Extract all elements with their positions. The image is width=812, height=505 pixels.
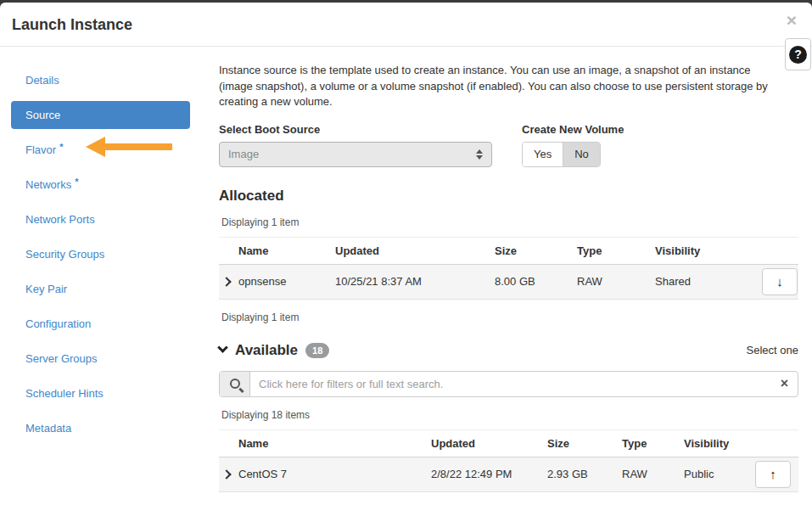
boot-source-form-row: Select Boot Source Image Create New Volu… <box>219 123 798 167</box>
sidebar-item-network-ports[interactable]: Network Ports <box>11 205 190 233</box>
sidebar-item-label: Source <box>25 109 60 121</box>
sidebar-item-label: Server Groups <box>25 352 98 365</box>
sidebar-item-label: Key Pair <box>25 283 67 295</box>
column-header-type: Type <box>577 237 655 264</box>
allocated-heading: Allocated <box>219 188 798 205</box>
expand-row-icon[interactable] <box>221 277 231 286</box>
deallocate-button[interactable]: ↓ <box>762 268 798 295</box>
available-header-row: Available 18 Select one <box>219 342 798 359</box>
filter-search-bar: × <box>219 371 798 397</box>
table-row[interactable]: CentOS 7 2/8/22 12:49 PM 2.93 GB RAW Pub… <box>219 457 798 491</box>
column-header-visibility: Visibility <box>655 237 762 264</box>
sidebar-item-label: Networks <box>25 178 71 191</box>
page-title: Launch Instance <box>12 16 132 34</box>
column-header-updated: Updated <box>431 429 547 457</box>
allocate-button[interactable]: ↑ <box>755 461 791 488</box>
volume-no-button[interactable]: No <box>563 143 600 166</box>
allocated-header-row: Name Updated Size Type Visibility <box>219 237 798 264</box>
cell-type: RAW <box>577 264 655 299</box>
sidebar-item-details[interactable]: Details <box>11 66 190 94</box>
search-addon <box>220 372 250 396</box>
boot-source-selected-value: Image <box>228 148 259 160</box>
help-button[interactable]: ? <box>785 38 811 70</box>
source-step-content: Instance source is the template used to … <box>219 63 798 492</box>
clear-search-icon[interactable]: × <box>771 372 798 396</box>
cell-size: 8.00 GB <box>495 264 577 299</box>
boot-source-field: Select Boot Source Image <box>219 123 492 167</box>
boot-source-label: Select Boot Source <box>219 123 492 136</box>
create-new-volume-field: Create New Volume Yes No <box>522 123 624 167</box>
up-arrow-icon: ↑ <box>770 467 776 481</box>
sidebar-item-source[interactable]: Source <box>11 101 190 129</box>
sidebar-item-label: Security Groups <box>25 248 104 261</box>
available-count-badge: 18 <box>305 343 329 358</box>
sidebar-item-scheduler-hints[interactable]: Scheduler Hints <box>11 379 190 407</box>
arrow-bar <box>103 143 172 150</box>
column-header-size: Size <box>547 429 622 457</box>
modal-header: Launch Instance × <box>0 3 812 47</box>
sidebar-item-networks[interactable]: Networks * <box>11 171 190 199</box>
available-count: Displaying 18 items <box>221 409 798 421</box>
sidebar-item-metadata[interactable]: Metadata <box>11 414 190 442</box>
column-header-updated: Updated <box>335 237 495 264</box>
volume-yes-button[interactable]: Yes <box>523 143 563 166</box>
cell-updated: 2/8/22 12:49 PM <box>431 457 547 491</box>
sidebar-item-label: Metadata <box>25 422 71 435</box>
cell-visibility: Public <box>684 457 755 491</box>
select-stepper-icon <box>476 149 483 160</box>
cell-name: CentOS 7 <box>238 457 431 491</box>
sidebar-item-label: Network Ports <box>25 213 95 226</box>
create-new-volume-toggle: Yes No <box>522 142 601 167</box>
select-one-hint: Select one <box>747 344 798 356</box>
create-new-volume-label: Create New Volume <box>522 123 624 136</box>
down-arrow-icon: ↓ <box>776 274 783 289</box>
sidebar-item-label: Flavor <box>25 143 56 156</box>
search-input[interactable] <box>250 372 771 396</box>
sidebar-item-label: Configuration <box>25 317 91 330</box>
annotation-arrow-icon <box>86 137 172 157</box>
allocated-count-top: Displaying 1 item <box>221 216 798 228</box>
available-table: Name Updated Size Type Visibility CentOS… <box>219 429 798 492</box>
sidebar-item-label: Details <box>25 74 59 87</box>
sidebar-item-label: Scheduler Hints <box>25 387 104 400</box>
sidebar-item-server-groups[interactable]: Server Groups <box>11 345 190 373</box>
available-heading: Available <box>235 342 298 359</box>
cell-name: opnsense <box>238 264 335 299</box>
sidebar-item-key-pair[interactable]: Key Pair <box>11 275 190 303</box>
boot-source-select[interactable]: Image <box>219 142 492 167</box>
collapse-section-icon[interactable] <box>217 342 228 353</box>
cell-updated: 10/25/21 8:37 AM <box>335 264 495 299</box>
column-header-visibility: Visibility <box>684 429 755 457</box>
launch-instance-modal: Launch Instance × ? Details Source Flavo… <box>0 3 812 505</box>
column-header-name: Name <box>238 237 335 264</box>
column-header-name: Name <box>238 429 431 457</box>
step-description: Instance source is the template used to … <box>219 63 779 110</box>
close-icon[interactable]: × <box>787 11 797 29</box>
column-header-size: Size <box>495 237 577 264</box>
expand-row-icon[interactable] <box>221 469 231 479</box>
table-row[interactable]: opnsense 10/25/21 8:37 AM 8.00 GB RAW Sh… <box>219 264 798 299</box>
sidebar-item-security-groups[interactable]: Security Groups <box>11 240 190 268</box>
question-circle-icon: ? <box>789 46 807 64</box>
cell-visibility: Shared <box>655 264 762 299</box>
sidebar-item-configuration[interactable]: Configuration <box>11 310 190 338</box>
column-header-type: Type <box>622 429 684 457</box>
cell-size: 2.93 GB <box>547 457 622 491</box>
allocated-table: Name Updated Size Type Visibility opnsen… <box>219 237 798 300</box>
allocated-count-bottom: Displaying 1 item <box>221 311 798 323</box>
available-header-row: Name Updated Size Type Visibility <box>219 429 798 457</box>
wizard-sidebar: Details Source Flavor * Networks * Netwo… <box>11 66 190 449</box>
cell-type: RAW <box>622 457 684 491</box>
search-icon <box>230 379 240 389</box>
required-asterisk: * <box>75 177 78 187</box>
required-asterisk: * <box>59 142 63 152</box>
